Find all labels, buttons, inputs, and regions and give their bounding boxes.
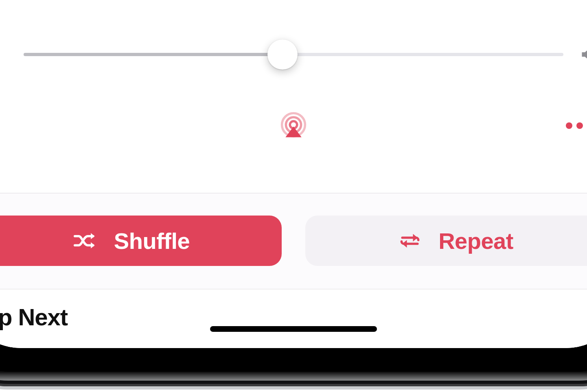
repeat-label: Repeat [438, 228, 513, 254]
shuffle-button[interactable]: Shuffle [0, 216, 282, 266]
output-row [0, 103, 587, 148]
speaker-loud-icon [580, 46, 587, 63]
speaker-mute-icon [0, 46, 7, 63]
more-icon [566, 122, 572, 129]
home-indicator[interactable] [210, 326, 377, 332]
up-next-section: Up Next [0, 289, 587, 348]
volume-slider-fill [24, 53, 283, 56]
airplay-icon [279, 111, 308, 140]
playback-mode-panel: Shuffle Repeat [0, 193, 587, 290]
device-frame: Shuffle Repeat Up Next [0, 0, 587, 386]
volume-slider-thumb[interactable] [267, 39, 298, 70]
volume-row [0, 30, 587, 79]
shuffle-icon [73, 231, 98, 251]
more-button[interactable] [566, 122, 587, 129]
repeat-icon [398, 231, 422, 251]
shuffle-label: Shuffle [114, 228, 190, 254]
device-bezel: Shuffle Repeat Up Next [0, 0, 587, 372]
now-playing-view: Shuffle Repeat Up Next [0, 0, 587, 348]
more-icon [576, 122, 583, 129]
volume-slider[interactable] [24, 53, 563, 56]
repeat-button[interactable]: Repeat [305, 216, 587, 266]
airplay-button[interactable] [277, 109, 310, 142]
device-screen: Shuffle Repeat Up Next [0, 0, 587, 348]
